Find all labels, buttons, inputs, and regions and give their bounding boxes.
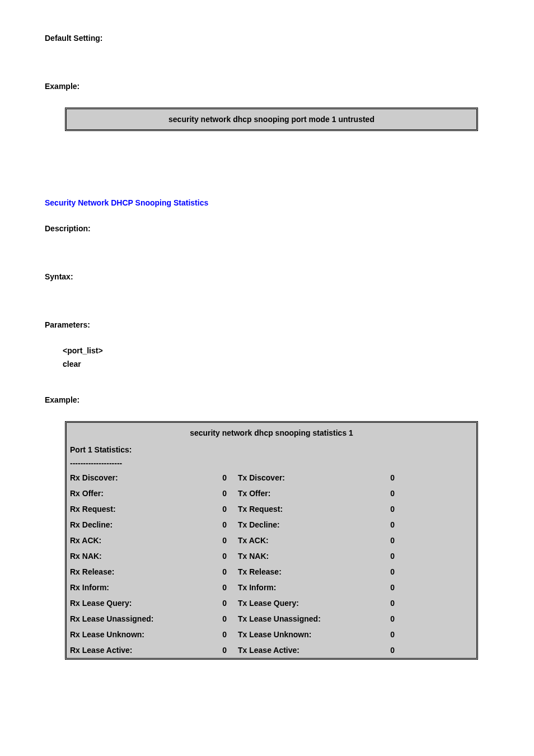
stats-row: Rx Lease Query:0Tx Lease Query:0: [67, 595, 476, 611]
stats-rx-value: 0: [204, 614, 238, 623]
stats-rx-value: 0: [204, 583, 238, 592]
stats-tx-value: 0: [361, 536, 395, 545]
stats-rx-label: Rx NAK:: [70, 552, 204, 561]
stats-row: Rx Lease Unassigned:0Tx Lease Unassigned…: [67, 611, 476, 627]
param-clear: clear: [63, 360, 489, 368]
stats-tx-label: Tx Discover:: [238, 473, 361, 482]
stats-port-header: Port 1 Statistics:: [67, 443, 476, 456]
stats-row: Rx Request:0Tx Request:0: [67, 501, 476, 517]
stats-tx-label: Tx Lease Unknown:: [238, 630, 361, 639]
stats-row: Rx Decline:0Tx Decline:0: [67, 517, 476, 533]
stats-tx-value: 0: [361, 646, 395, 655]
command-box-1: security network dhcp snooping port mode…: [65, 108, 478, 131]
stats-rx-value: 0: [204, 536, 238, 545]
stats-rx-value: 0: [204, 567, 238, 576]
stats-rx-value: 0: [204, 489, 238, 498]
stats-tx-label: Tx Offer:: [238, 489, 361, 498]
stats-rx-value: 0: [204, 520, 238, 529]
stats-rx-label: Rx ACK:: [70, 536, 204, 545]
stats-row: Rx Discover:0Tx Discover:0: [67, 470, 476, 486]
stats-row: Rx Inform:0Tx Inform:0: [67, 580, 476, 595]
example-label-1: Example:: [45, 82, 489, 91]
description-label: Description:: [45, 224, 489, 233]
stats-tx-value: 0: [361, 520, 395, 529]
default-setting-label: Default Setting:: [45, 34, 489, 43]
stats-rx-label: Rx Discover:: [70, 473, 204, 482]
stats-rx-value: 0: [204, 599, 238, 608]
stats-rx-value: 0: [204, 552, 238, 561]
stats-rx-value: 0: [204, 630, 238, 639]
stats-output-box: security network dhcp snooping statistic…: [65, 421, 478, 660]
parameters-label: Parameters:: [45, 320, 489, 329]
param-port-list: <port_list>: [63, 346, 489, 355]
stats-rx-label: Rx Lease Active:: [70, 646, 204, 655]
stats-tx-value: 0: [361, 505, 395, 514]
stats-tx-label: Tx Decline:: [238, 520, 361, 529]
stats-row: Rx Lease Unknown:0Tx Lease Unknown:0: [67, 627, 476, 642]
stats-tx-label: Tx Inform:: [238, 583, 361, 592]
stats-rx-value: 0: [204, 473, 238, 482]
stats-rx-label: Rx Lease Unassigned:: [70, 614, 204, 623]
example-label-2: Example:: [45, 395, 489, 404]
stats-tx-value: 0: [361, 614, 395, 623]
syntax-label: Syntax:: [45, 272, 489, 281]
stats-rx-label: Rx Inform:: [70, 583, 204, 592]
stats-tx-value: 0: [361, 552, 395, 561]
stats-tx-value: 0: [361, 583, 395, 592]
stats-tx-value: 0: [361, 567, 395, 576]
stats-rx-value: 0: [204, 505, 238, 514]
stats-tx-value: 0: [361, 630, 395, 639]
stats-rx-label: Rx Decline:: [70, 520, 204, 529]
stats-row: Rx Offer:0Tx Offer:0: [67, 486, 476, 501]
stats-row: Rx Release:0Tx Release:0: [67, 564, 476, 580]
stats-rx-label: Rx Offer:: [70, 489, 204, 498]
stats-rx-value: 0: [204, 646, 238, 655]
stats-tx-label: Tx ACK:: [238, 536, 361, 545]
stats-tx-label: Tx NAK:: [238, 552, 361, 561]
stats-tx-value: 0: [361, 473, 395, 482]
stats-tx-value: 0: [361, 599, 395, 608]
stats-command-line: security network dhcp snooping statistic…: [67, 423, 476, 443]
section-title: Security Network DHCP Snooping Statistic…: [45, 198, 489, 207]
stats-row: Rx NAK:0Tx NAK:0: [67, 548, 476, 564]
stats-tx-label: Tx Lease Query:: [238, 599, 361, 608]
stats-rx-label: Rx Lease Query:: [70, 599, 204, 608]
stats-tx-value: 0: [361, 489, 395, 498]
stats-rx-label: Rx Lease Unknown:: [70, 630, 204, 639]
stats-dashes: --------------------: [67, 456, 476, 470]
stats-row: Rx ACK:0Tx ACK:0: [67, 533, 476, 548]
stats-tx-label: Tx Lease Unassigned:: [238, 614, 361, 623]
stats-tx-label: Tx Lease Active:: [238, 646, 361, 655]
stats-tx-label: Tx Request:: [238, 505, 361, 514]
stats-tx-label: Tx Release:: [238, 567, 361, 576]
stats-rx-label: Rx Release:: [70, 567, 204, 576]
stats-row: Rx Lease Active:0Tx Lease Active:0: [67, 642, 476, 658]
stats-rx-label: Rx Request:: [70, 505, 204, 514]
